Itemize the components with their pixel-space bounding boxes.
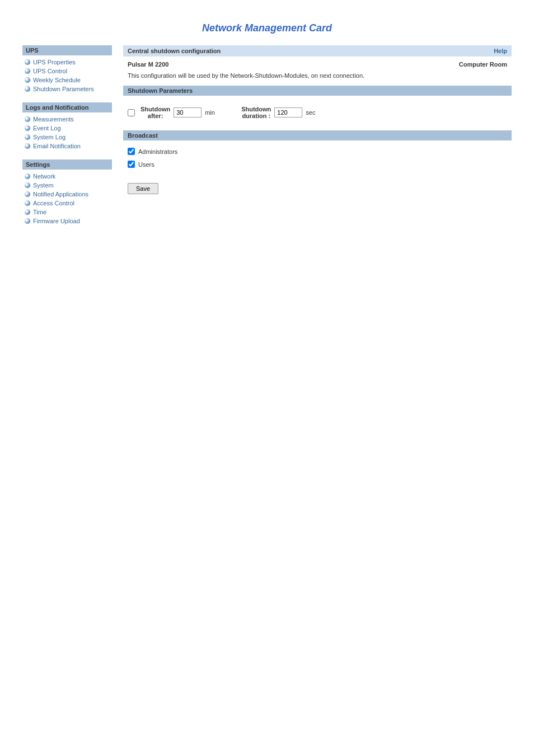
shutdown-after-input[interactable] [174, 107, 202, 118]
sidebar-item-event-log[interactable]: Event Log [22, 124, 112, 133]
sidebar-item-label: Access Control [33, 200, 74, 206]
shutdown-after-label: Shutdownafter: [140, 106, 170, 119]
page-header: Network Management Card [0, 0, 534, 45]
broadcast-administrators-row: Administrators [123, 145, 512, 158]
bullet-icon [25, 200, 30, 206]
broadcast-section-bar: Broadcast [123, 130, 512, 140]
bullet-icon [25, 134, 30, 140]
bullet-icon [25, 218, 30, 224]
bullet-icon [25, 209, 30, 215]
administrators-label: Administrators [138, 148, 177, 155]
sidebar-item-label: Network [33, 173, 55, 180]
device-location: Computer Room [459, 61, 507, 68]
settings-section-header: Settings [22, 159, 112, 170]
shutdown-params-section-bar: Shutdown Parameters [123, 86, 512, 96]
sidebar-item-label: UPS Properties [33, 59, 76, 65]
bullet-icon [25, 68, 30, 74]
logs-section: Logs and Notification Measurements Event… [22, 102, 112, 151]
bullet-icon [25, 173, 30, 179]
content-area: Central shutdown configuration Help Puls… [123, 45, 512, 199]
bullet-icon [25, 59, 30, 65]
sidebar-item-label: System Log [33, 134, 65, 140]
sidebar-item-ups-control[interactable]: UPS Control [22, 67, 112, 76]
broadcast-users-row: Users [123, 158, 512, 171]
sidebar-item-label: Firmware Upload [33, 218, 80, 224]
sidebar-item-system-log[interactable]: System Log [22, 133, 112, 142]
sidebar-item-firmware-upload[interactable]: Firmware Upload [22, 217, 112, 226]
administrators-checkbox[interactable] [128, 148, 135, 155]
sidebar-item-notified-applications[interactable]: Notified Applications [22, 190, 112, 199]
shutdown-duration-label: Shutdownduration : [241, 106, 271, 119]
sidebar-item-label: Email Notification [33, 143, 81, 149]
bullet-icon [25, 86, 30, 92]
sidebar-item-label: Shutdown Parameters [33, 86, 94, 92]
content-section-title: Central shutdown configuration [128, 48, 221, 54]
bullet-icon [25, 191, 30, 197]
device-name: Pulsar M 2200 [128, 61, 168, 68]
help-label[interactable]: Help [494, 48, 507, 54]
page-title: Network Management Card [202, 22, 332, 34]
sidebar-item-network[interactable]: Network [22, 172, 112, 181]
content-header-bar: Central shutdown configuration Help [123, 45, 512, 57]
sidebar-item-system[interactable]: System [22, 181, 112, 190]
sidebar-item-label: Event Log [33, 125, 61, 132]
sidebar-item-label: Measurements [33, 116, 74, 123]
shutdown-after-checkbox[interactable] [128, 109, 135, 116]
shutdown-duration-group: Shutdownduration : sec [241, 106, 320, 119]
shutdown-after-group: Shutdownafter: min [140, 106, 219, 119]
bullet-icon [25, 125, 30, 131]
bullet-icon [25, 116, 30, 122]
save-section: Save [123, 179, 512, 199]
sidebar-item-label: Time [33, 209, 46, 215]
sidebar-item-access-control[interactable]: Access Control [22, 199, 112, 208]
users-checkbox[interactable] [128, 161, 135, 168]
sidebar-item-email-notification[interactable]: Email Notification [22, 142, 112, 151]
description-row: This configuration will be used by the N… [123, 71, 512, 80]
sidebar-item-label: UPS Control [33, 68, 67, 74]
bullet-icon [25, 143, 30, 149]
sidebar-item-weekly-schedule[interactable]: Weekly Schedule [22, 76, 112, 84]
shutdown-after-unit: min [205, 109, 219, 116]
sidebar-item-label: Notified Applications [33, 191, 88, 198]
main-layout: UPS UPS Properties UPS Control Weekly Sc… [0, 45, 534, 234]
sidebar-item-label: System [33, 182, 54, 189]
shutdown-duration-input[interactable] [274, 107, 302, 118]
shutdown-params-row: Shutdownafter: min Shutdownduration : se… [123, 100, 512, 125]
ups-section-header: UPS [22, 45, 112, 55]
bullet-icon [25, 182, 30, 188]
sidebar-item-measurements[interactable]: Measurements [22, 115, 112, 124]
device-row: Pulsar M 2200 Computer Room [123, 59, 512, 70]
sidebar-item-label: Weekly Schedule [33, 77, 81, 83]
broadcast-section: Administrators Users [123, 145, 512, 171]
users-label: Users [138, 161, 154, 168]
description-text: This configuration will be used by the N… [128, 72, 364, 79]
sidebar-item-ups-properties[interactable]: UPS Properties [22, 58, 112, 67]
sidebar-item-time[interactable]: Time [22, 208, 112, 217]
settings-section: Settings Network System Notified Applica… [22, 159, 112, 226]
sidebar: UPS UPS Properties UPS Control Weekly Sc… [22, 45, 112, 234]
save-button[interactable]: Save [128, 183, 158, 194]
logs-section-header: Logs and Notification [22, 102, 112, 112]
bullet-icon [25, 77, 30, 83]
ups-section: UPS UPS Properties UPS Control Weekly Sc… [22, 45, 112, 93]
shutdown-duration-unit: sec [306, 109, 320, 116]
sidebar-item-shutdown-parameters[interactable]: Shutdown Parameters [22, 84, 112, 93]
